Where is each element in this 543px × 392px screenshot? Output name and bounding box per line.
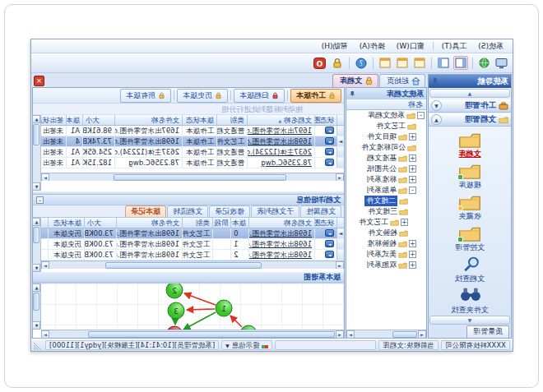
menu-tools[interactable]: 工具(T): [437, 40, 472, 53]
sidebar-item-template-library[interactable]: 模板库: [433, 162, 507, 191]
scroll-left-icon[interactable]: ◄: [336, 173, 344, 182]
help-icon[interactable]: ?: [354, 56, 369, 70]
grid-vertical-scrollbar[interactable]: ▲ ▼: [33, 218, 41, 272]
menu-help[interactable]: 帮助(H): [317, 40, 353, 53]
scroll-left-icon[interactable]: ◄: [336, 261, 344, 270]
table-row-selected[interactable]: ► ► 1698出水管零件图.dwg 工艺文件 工作版本 1698出水管零件图.…: [41, 136, 344, 147]
scroll-left-icon[interactable]: ◄: [336, 330, 344, 339]
sidebar-item-favorites[interactable]: 收藏夹: [433, 193, 507, 222]
window-cascade-icon[interactable]: [412, 56, 427, 70]
power-icon[interactable]: O: [313, 56, 327, 70]
scrollbar-thumb[interactable]: [105, 262, 262, 269]
window-list-icon[interactable]: [378, 56, 392, 70]
menu-window[interactable]: 窗口(W): [392, 40, 429, 53]
col-stage[interactable]: 阶段: [212, 218, 230, 228]
col-version-no[interactable]: 版本号: [230, 218, 248, 228]
scrollbar-thumb[interactable]: [114, 174, 286, 181]
scrollbar-thumb[interactable]: [34, 124, 40, 145]
col-doc-name[interactable]: 文档名称 ▲: [247, 115, 314, 125]
table-row[interactable]: ► 2637主体(12234).dwg 普通文档 工作版本 2637主体(122…: [41, 147, 344, 158]
col-version-no[interactable]: 版本号: [66, 115, 82, 125]
tree-node[interactable]: -系统文档库: [346, 110, 426, 121]
pin-icon[interactable]: [349, 90, 356, 98]
scroll-right-icon[interactable]: ►: [41, 330, 49, 339]
table-row-selected[interactable]: ► ► 1698出水管零件图.dwg 0 工艺文件 1698出水管零件图.dwg…: [41, 228, 344, 239]
col-category[interactable]: 类别: [182, 218, 212, 228]
scrollbar-thumb[interactable]: [392, 331, 417, 338]
col-checkout-status[interactable]: 签出状态: [41, 115, 66, 125]
table-row[interactable]: ► 1698出水管零件图.dwg 1 工艺文件 1698出水管零件图.dwg 7…: [41, 239, 344, 250]
col-file-name[interactable]: 文件名称: [116, 218, 182, 228]
col-size[interactable]: 大小: [82, 115, 114, 125]
version-node-3[interactable]: 3: [168, 302, 184, 319]
scroll-left-icon[interactable]: ◄: [418, 330, 426, 339]
scroll-down-icon[interactable]: ▼: [33, 321, 41, 330]
tip-dropdown[interactable]: 提示信息 ▼: [221, 340, 272, 350]
scrollbar-thumb[interactable]: [34, 227, 40, 243]
col-version-status[interactable]: 版本状态: [48, 218, 84, 228]
window-tile-icon[interactable]: [395, 56, 410, 70]
scrollbar-thumb[interactable]: [34, 293, 40, 311]
tab-modify-log[interactable]: 修改记录: [209, 205, 250, 217]
group-header-work[interactable]: 工作管理 ▼: [429, 99, 511, 113]
scroll-down-icon[interactable]: ▼: [33, 182, 41, 191]
tab-start-page[interactable]: 起始页: [379, 74, 425, 87]
grid-vertical-scrollbar[interactable]: ▲ ▼: [33, 115, 41, 191]
scrollbar-thumb[interactable]: [88, 331, 335, 338]
collapse-panel-icon[interactable]: -: [36, 196, 44, 204]
col-doc-name[interactable]: 文档名称: [248, 218, 314, 228]
chevron-down-icon[interactable]: ▼: [431, 100, 442, 111]
col-version-status[interactable]: 版本状态: [182, 115, 216, 125]
col-size[interactable]: 大小: [84, 218, 116, 228]
tree-node[interactable]: +美式系列: [346, 249, 426, 260]
tree-node[interactable]: +项目文件: [346, 131, 426, 142]
archive-version-button[interactable]: 归档版本: [234, 89, 285, 103]
tree-node[interactable]: +双胞系列: [346, 260, 426, 270]
tree-node[interactable]: 检验文件: [346, 228, 426, 238]
pin-icon[interactable]: [431, 77, 439, 85]
version-node-2[interactable]: 2: [166, 284, 183, 298]
tree-node[interactable]: +工艺文件: [346, 217, 426, 228]
tab-doc-properties[interactable]: 文档属性: [300, 205, 341, 217]
col-status-icon[interactable]: 状态图: [314, 115, 336, 125]
graph-horizontal-scrollbar[interactable]: ◄ ►: [41, 330, 344, 338]
resize-grip[interactable]: [34, 341, 43, 350]
grid-horizontal-scrollbar[interactable]: ◄ ►: [41, 173, 344, 181]
layout-view-icon[interactable]: [436, 56, 451, 70]
tab-version-log[interactable]: 版本记录: [125, 205, 166, 217]
scroll-up-icon[interactable]: ▲: [33, 115, 41, 123]
tree-node[interactable]: 公司标准文件: [346, 142, 426, 153]
scroll-up-icon[interactable]: ▲: [33, 284, 41, 292]
sidebar-item-folder-search[interactable]: 文件夹查找: [433, 287, 507, 315]
tab-quality-management[interactable]: 质量管理: [466, 325, 509, 338]
col-category[interactable]: 类别: [216, 115, 247, 125]
table-row[interactable]: ► 1698出水管零件图.dwg 2 工艺文件 1698出水管零件图.dwg 7…: [41, 250, 344, 261]
menu-system[interactable]: 系统(S): [473, 40, 508, 53]
table-row[interactable]: ► 78.2356C.dwg 普通文档 工作版本 78.2356C.dwg 18…: [41, 158, 344, 168]
work-version-button[interactable]: 工作版本: [290, 89, 341, 103]
tree-name-column-header[interactable]: 名称: [346, 99, 426, 110]
scroll-right-icon[interactable]: ►: [346, 330, 355, 339]
version-node-1[interactable]: 1: [216, 300, 232, 316]
tree-node[interactable]: -单胎系列: [346, 185, 426, 196]
sidebar-item-document-library[interactable]: 文档库: [433, 131, 507, 159]
table-row[interactable]: ► 1697出水管零件图.dwg 普通文档 工作版本 1697出水管零件图.dw…: [41, 126, 344, 136]
close-icon[interactable]: ×: [34, 76, 44, 86]
menu-operation[interactable]: 操作(A): [355, 40, 390, 53]
tree-node[interactable]: 三维文件: [346, 206, 426, 217]
tree-horizontal-scrollbar[interactable]: ◄ ►: [346, 330, 426, 338]
tree-node[interactable]: 工艺文件: [346, 121, 426, 131]
tree-node-selected[interactable]: 二维文件: [346, 196, 426, 206]
tree-node[interactable]: +基准文档: [346, 153, 426, 164]
lock-icon[interactable]: [330, 56, 345, 70]
scroll-up-icon[interactable]: ▲: [33, 218, 41, 226]
scroll-right-icon[interactable]: ►: [41, 261, 49, 270]
graph-vertical-scrollbar[interactable]: ▲ ▼: [33, 284, 41, 330]
col-status-icon[interactable]: 状态图: [314, 218, 336, 228]
sidebar-scroll-down[interactable]: ▼: [429, 316, 510, 325]
sidebar-scroll-up[interactable]: ▲: [429, 89, 510, 98]
history-version-button[interactable]: 历史版本: [177, 89, 228, 103]
tree-node[interactable]: +检验标准: [346, 238, 426, 249]
tab-document-library[interactable]: 文档库: [332, 74, 378, 87]
sidebar-item-doc-search[interactable]: 文档查找: [433, 256, 507, 284]
